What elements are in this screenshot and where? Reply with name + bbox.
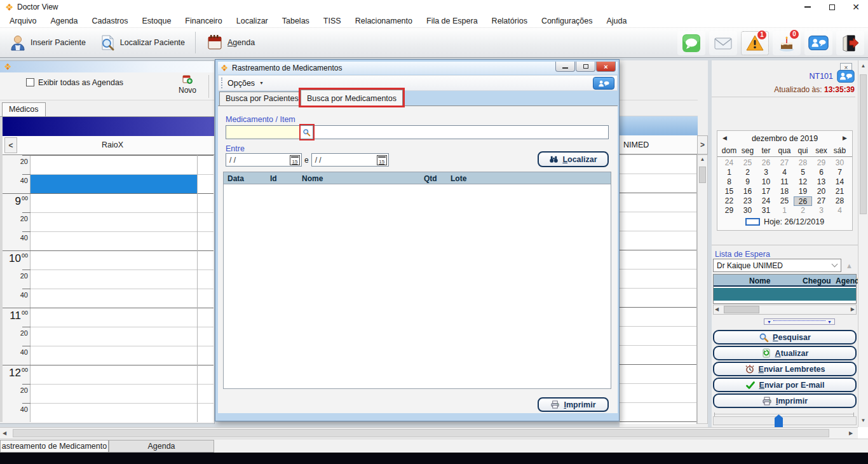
calendar-day[interactable]: 10 — [757, 177, 775, 187]
scrollbar-thumb[interactable] — [724, 306, 759, 313]
menu-item-arquivo[interactable]: Arquivo — [3, 15, 43, 27]
main-vertical-scrollbar[interactable]: ▲ ▼ — [858, 60, 868, 427]
waiting-list-splitter[interactable]: ▼ ▼ — [764, 318, 835, 325]
calendar-day[interactable]: 25 — [738, 158, 757, 168]
calendar-day[interactable]: 25 — [775, 196, 794, 206]
mail-button[interactable] — [709, 31, 737, 55]
calendar-day[interactable]: 31 — [757, 206, 775, 215]
calendar-day[interactable]: 5 — [794, 168, 812, 177]
column-header-nome[interactable]: Nome — [302, 174, 323, 183]
appointment-grid[interactable] — [31, 155, 214, 422]
dialog-close-button[interactable]: × — [596, 62, 616, 72]
tab-medicos[interactable]: Médicos — [2, 102, 46, 116]
scrollbar-thumb[interactable] — [13, 429, 829, 437]
waiting-column-nome[interactable]: Nome — [749, 276, 770, 285]
date-to-field[interactable]: / / 15 — [311, 153, 389, 167]
exit-button[interactable] — [836, 31, 864, 55]
scrollbar-thumb[interactable] — [699, 167, 706, 183]
scroll-right-icon[interactable]: ▶ — [849, 430, 853, 436]
calendar-day[interactable]: 1 — [775, 206, 794, 215]
calendar-day[interactable]: 28 — [831, 196, 849, 206]
calendar-day[interactable]: 15 — [720, 187, 738, 196]
options-menu[interactable]: Opções — [227, 79, 255, 88]
column-header-data[interactable]: Data — [227, 174, 244, 183]
calendar-day[interactable]: 16 — [738, 187, 757, 196]
calendar-day[interactable]: 18 — [775, 187, 794, 196]
calendar-day[interactable]: 13 — [812, 177, 831, 187]
dialog-maximize-button[interactable] — [576, 62, 595, 72]
main-horizontal-scrollbar[interactable]: ◀ ▶ — [0, 427, 858, 439]
calendar-day[interactable]: 29 — [720, 206, 738, 215]
chat-button[interactable] — [677, 31, 705, 55]
calendar-day[interactable]: 4 — [775, 168, 794, 177]
close-button[interactable]: ✕ — [844, 0, 868, 14]
calendar-day[interactable]: 2 — [738, 168, 757, 177]
window-tab-agenda[interactable]: Agenda — [109, 440, 214, 453]
waiting-list-scrollbar[interactable]: ◀ ▶ — [713, 304, 857, 315]
scroll-left-icon[interactable]: ◀ — [3, 430, 6, 436]
calendar-day[interactable]: 8 — [720, 177, 738, 187]
scroll-right-button[interactable]: > — [697, 135, 708, 154]
calendar-day[interactable]: 26 — [757, 158, 775, 168]
calendar-day[interactable]: 14 — [831, 177, 849, 187]
calendar-day[interactable]: 6 — [812, 168, 831, 177]
scroll-down-icon[interactable]: ▼ — [858, 418, 868, 423]
minimize-button[interactable] — [796, 0, 820, 14]
menu-item-cadastros[interactable]: Cadastros — [85, 15, 135, 27]
imprimir-button[interactable]: Imprimir — [538, 397, 609, 412]
calendar-day[interactable]: 4 — [831, 206, 849, 215]
column-header-id[interactable]: Id — [270, 174, 277, 183]
scroll-up-icon[interactable]: ▲ — [858, 63, 868, 69]
calendar-day[interactable]: 1 — [720, 168, 738, 177]
date-picker-icon[interactable]: 15 — [290, 155, 300, 165]
menu-item-relatórios[interactable]: Relatórios — [485, 15, 534, 27]
calendar-day[interactable]: 21 — [831, 187, 849, 196]
menu-item-configurações[interactable]: Configurações — [534, 15, 600, 27]
menu-item-agenda[interactable]: Agenda — [43, 15, 85, 27]
calendar-day[interactable]: 11 — [775, 177, 794, 187]
calendar-day[interactable]: 29 — [812, 158, 831, 168]
calendar-prev-icon[interactable]: ◀ — [722, 135, 727, 141]
slider-thumb[interactable] — [775, 414, 783, 427]
column-header-lote[interactable]: Lote — [451, 174, 466, 183]
today-label[interactable]: Hoje: 26/12/2019 — [764, 217, 824, 226]
enviar-por-e-mail-button[interactable]: Enviar por E-mail — [713, 378, 857, 392]
dialog-contacts-button[interactable] — [593, 77, 614, 90]
agenda-button[interactable]: Agenda — [201, 31, 260, 54]
calendar-day[interactable]: 19 — [794, 187, 812, 196]
birthdays-button[interactable]: 0 — [773, 31, 801, 55]
calendar-day[interactable]: 20 — [812, 187, 831, 196]
calendar-day[interactable]: 30 — [738, 206, 757, 215]
os-taskbar[interactable] — [0, 453, 868, 464]
calendar-day[interactable]: 17 — [757, 187, 775, 196]
menu-item-tiss[interactable]: TISS — [316, 15, 348, 27]
scrollbar-thumb[interactable] — [860, 74, 867, 214]
menu-item-tabelas[interactable]: Tabelas — [275, 15, 316, 27]
maximize-button[interactable] — [820, 0, 844, 14]
insert-patient-button[interactable]: Inserir Paciente — [4, 31, 91, 54]
menu-item-estoque[interactable]: Estoque — [135, 15, 178, 27]
menu-item-relacionamento[interactable]: Relacionamento — [348, 15, 419, 27]
calendar-day[interactable]: 7 — [831, 168, 849, 177]
agenda-vertical-scrollbar[interactable]: ▲ — [697, 154, 708, 424]
date-from-field[interactable]: / / 15 — [226, 153, 302, 167]
zoom-slider[interactable] — [713, 416, 857, 425]
calendar-day[interactable]: 12 — [794, 177, 812, 187]
calendar-day[interactable]: 3 — [757, 168, 775, 177]
locate-patient-button[interactable]: Localizar Paciente — [93, 31, 190, 54]
selected-appointment-slot[interactable] — [31, 175, 197, 193]
tab-busca-por-medicamentos[interactable]: Busca por Medicamentos — [301, 90, 403, 106]
calendar-day[interactable]: 27 — [812, 196, 831, 206]
alerts-button[interactable]: 1 — [741, 31, 769, 55]
window-tab-rastreamento[interactable]: astreamento de Medicamento — [0, 440, 109, 453]
menu-item-ajuda[interactable]: Ajuda — [600, 15, 634, 27]
calendar-day[interactable]: 24 — [757, 196, 775, 206]
medication-search-button[interactable] — [301, 125, 313, 139]
calendar-day[interactable]: 23 — [738, 196, 757, 206]
calendar-day-selected[interactable]: 26 — [794, 196, 812, 206]
enviar-lembretes-button[interactable]: Enviar Lembretes — [713, 362, 857, 376]
medication-name-input[interactable] — [313, 125, 609, 139]
calendar-day[interactable]: 2 — [794, 206, 812, 215]
waiting-column-agend[interactable]: Agend — [836, 276, 859, 285]
date-picker-icon[interactable]: 15 — [377, 155, 387, 165]
